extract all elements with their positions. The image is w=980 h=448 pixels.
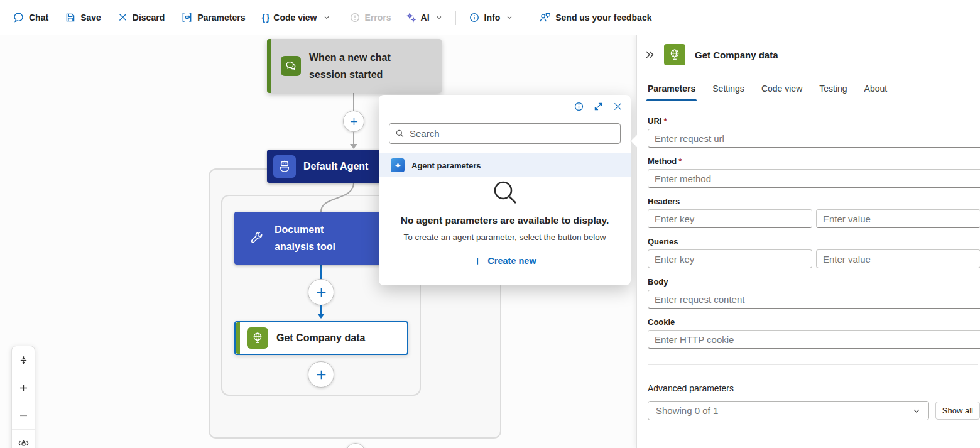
queries-value-input[interactable] (816, 249, 980, 268)
feedback-person-icon (539, 11, 551, 23)
body-label: Body (648, 277, 980, 287)
tab-settings[interactable]: Settings (712, 84, 744, 94)
info-circle-icon (469, 12, 480, 23)
search-input[interactable] (410, 128, 614, 139)
connector-arrow (350, 144, 357, 149)
save-button[interactable]: Save (60, 8, 106, 27)
zoom-in-button[interactable] (12, 374, 35, 402)
agent-title: Default Agent (303, 161, 368, 172)
insert-step-button[interactable] (343, 111, 364, 132)
chat-label: Chat (29, 13, 48, 23)
parameters-at-icon (181, 11, 193, 23)
agent-parameters-spark-icon (391, 158, 405, 172)
trigger-title: When a new chat session started (309, 49, 391, 83)
cookie-label: Cookie (648, 317, 980, 327)
chat-bubble-icon (13, 11, 24, 23)
dismiss-x-icon (117, 12, 128, 23)
parameters-button[interactable]: Parameters (176, 8, 250, 27)
close-icon[interactable] (612, 101, 623, 112)
errors-button: Errors (344, 8, 396, 27)
queries-key-input[interactable] (648, 249, 812, 268)
code-view-button[interactable]: { } Code view (256, 9, 335, 26)
wrench-icon (249, 231, 264, 246)
discard-button[interactable]: Discard (112, 8, 170, 26)
agent-parameters-popup: Agent parameters No agent parameters are… (379, 95, 631, 285)
required-asterisk: * (678, 156, 682, 166)
connector-arrow-blue (317, 314, 325, 319)
chat-session-icon (281, 56, 301, 76)
info-button[interactable]: Info (464, 8, 519, 27)
search-empty-icon (379, 177, 631, 210)
queries-kv-row (648, 249, 980, 268)
headers-kv-row (648, 209, 980, 228)
code-view-label: Code view (273, 13, 317, 23)
chevron-down-icon (323, 14, 330, 21)
ai-button[interactable]: AI (400, 8, 448, 27)
connector-line-blue (320, 305, 322, 314)
chevron-down-icon (435, 14, 443, 21)
collapse-panel-icon[interactable] (644, 49, 655, 60)
tab-code-view[interactable]: Code view (761, 84, 802, 94)
queries-label: Queries (648, 237, 980, 246)
insert-step-button[interactable] (308, 279, 334, 305)
panel-tabs: Parameters Settings Code view Testing Ab… (648, 84, 980, 101)
popup-search-box (389, 123, 621, 144)
errors-label: Errors (365, 13, 391, 23)
save-label: Save (80, 13, 101, 23)
required-asterisk: * (663, 116, 667, 126)
http-globe-icon (247, 327, 268, 349)
method-label: Method* (648, 156, 980, 166)
insert-step-button[interactable] (308, 361, 334, 388)
insert-step-button[interactable] (346, 443, 366, 448)
tab-testing[interactable]: Testing (819, 84, 847, 94)
empty-state-title: No agent parameters are available to dis… (379, 215, 631, 226)
fit-to-screen-button[interactable] (12, 346, 35, 374)
cookie-input[interactable] (648, 330, 980, 349)
advanced-parameters-label: Advanced parameters (648, 383, 980, 393)
panel-header: Get Company data (648, 44, 980, 65)
agent-parameters-group-row[interactable]: Agent parameters (379, 153, 631, 177)
chevron-down-icon (506, 14, 513, 21)
method-input[interactable] (648, 169, 980, 188)
ai-sparkle-icon (405, 12, 416, 23)
braces-icon: { } (261, 13, 269, 23)
error-circle-icon (349, 12, 361, 23)
zoom-out-button[interactable] (12, 402, 35, 429)
save-icon (65, 12, 76, 23)
panel-title: Get Company data (695, 50, 778, 60)
action-node-get-company-data[interactable]: Get Company data (234, 321, 408, 355)
feedback-button[interactable]: Send us your feedback (534, 8, 656, 27)
parameters-label: Parameters (197, 13, 245, 23)
info-label: Info (484, 13, 501, 23)
advanced-parameters-row: Showing 0 of 1 Show all (648, 401, 980, 420)
body-input[interactable] (648, 290, 980, 309)
headers-value-input[interactable] (816, 209, 980, 228)
popup-empty-state: No agent parameters are available to dis… (379, 177, 631, 268)
create-new-label: Create new (487, 256, 536, 266)
uri-label: URI* (648, 116, 980, 126)
action-color-stripe (236, 322, 240, 354)
uri-input[interactable] (648, 129, 980, 148)
trigger-color-stripe (267, 39, 271, 93)
headers-key-input[interactable] (648, 209, 812, 228)
info-circle-icon[interactable] (574, 101, 584, 112)
tool-title: Document analysis tool (275, 221, 335, 255)
advanced-parameters-dropdown[interactable]: Showing 0 of 1 (648, 401, 929, 420)
panel-divider (648, 364, 978, 365)
chevron-down-icon (912, 407, 921, 415)
tab-about[interactable]: About (864, 84, 888, 94)
empty-state-subtitle: To create an agent parameter, select the… (379, 232, 631, 242)
action-title: Get Company data (276, 332, 365, 344)
robot-icon (273, 155, 296, 178)
expand-icon[interactable] (593, 101, 604, 112)
create-new-button[interactable]: Create new (473, 256, 536, 266)
connector-line-blue (320, 265, 322, 280)
canvas-zoom-controls (11, 346, 35, 448)
discard-label: Discard (133, 13, 165, 23)
trigger-node-when-new-chat-session-started[interactable]: When a new chat session started (267, 39, 442, 93)
minimap-toggle-button[interactable] (12, 429, 35, 448)
chat-button[interactable]: Chat (8, 8, 53, 27)
show-all-button[interactable]: Show all (935, 402, 980, 420)
headers-label: Headers (648, 197, 980, 206)
tab-parameters[interactable]: Parameters (648, 84, 695, 94)
